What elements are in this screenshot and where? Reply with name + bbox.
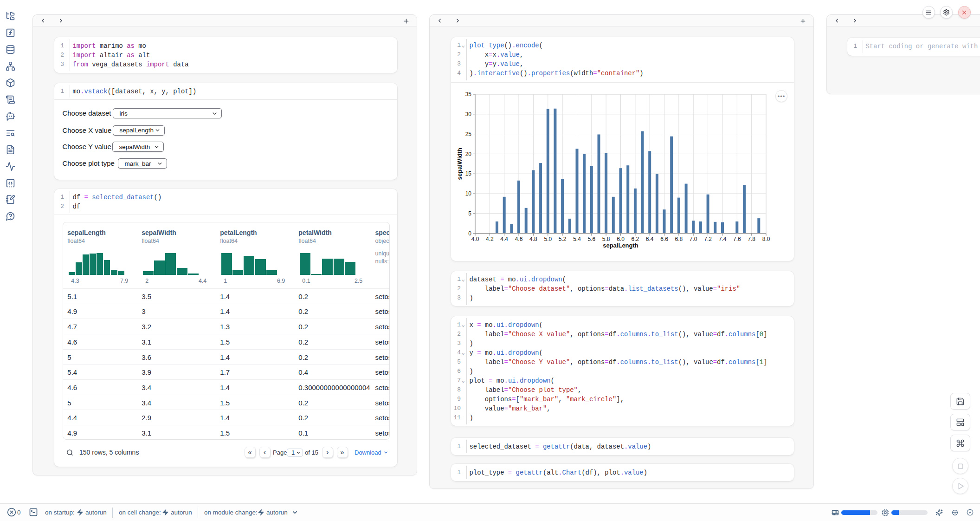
svg-text:6.2: 6.2 (632, 236, 639, 242)
svg-text:20: 20 (465, 150, 472, 157)
svg-text:35: 35 (465, 91, 472, 98)
svg-text:sepalLength: sepalLength (603, 242, 638, 249)
svg-text:5: 5 (468, 210, 471, 217)
svg-text:4.0: 4.0 (471, 236, 479, 242)
svg-text:6.4: 6.4 (646, 236, 654, 242)
svg-text:30: 30 (465, 111, 472, 117)
svg-text:4.4: 4.4 (500, 236, 508, 242)
svg-text:7.0: 7.0 (690, 236, 697, 242)
svg-text:10: 10 (465, 190, 472, 197)
svg-text:sepalWidth: sepalWidth (457, 148, 464, 180)
svg-text:4.8: 4.8 (529, 236, 537, 242)
svg-text:4.6: 4.6 (515, 236, 523, 242)
svg-text:25: 25 (465, 130, 472, 137)
svg-text:7.8: 7.8 (748, 236, 755, 242)
svg-text:5.8: 5.8 (602, 236, 610, 242)
svg-text:7.2: 7.2 (704, 236, 712, 242)
svg-text:7.6: 7.6 (733, 236, 741, 242)
svg-text:5.4: 5.4 (573, 236, 581, 242)
svg-text:15: 15 (465, 170, 472, 177)
svg-text:6.8: 6.8 (675, 236, 683, 242)
svg-text:5.0: 5.0 (544, 236, 552, 242)
svg-text:6.6: 6.6 (660, 236, 668, 242)
svg-text:4.2: 4.2 (486, 236, 494, 242)
svg-text:7.4: 7.4 (719, 236, 727, 242)
svg-text:5.6: 5.6 (587, 236, 595, 242)
svg-text:6.0: 6.0 (617, 236, 625, 242)
svg-text:0: 0 (468, 230, 471, 236)
svg-text:5.2: 5.2 (559, 236, 567, 242)
svg-text:8.0: 8.0 (762, 236, 770, 242)
